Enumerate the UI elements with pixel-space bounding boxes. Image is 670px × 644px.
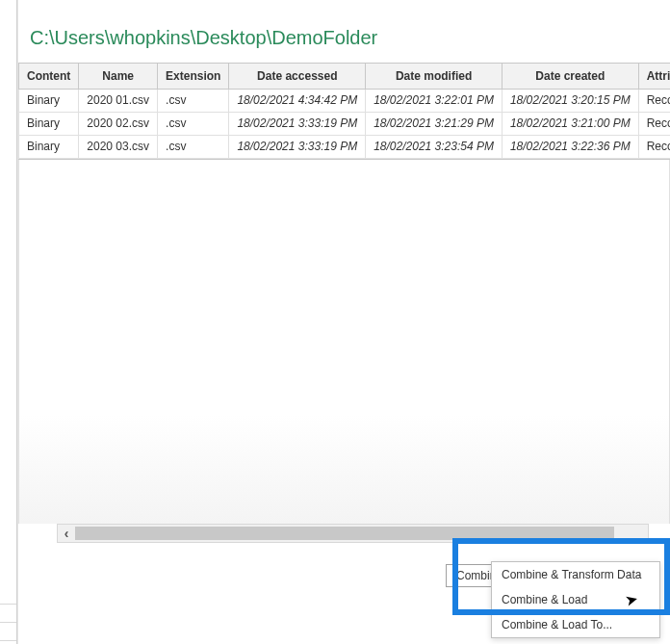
cell-date-created: 18/02/2021 3:21:00 PM [502,112,638,135]
table-row[interactable]: Binary2020 02.csv.csv18/02/2021 3:33:19 … [19,112,671,135]
folder-path-title: C:\Users\whopkins\Desktop\DemoFolder [18,0,670,63]
cell-attributes: Record [638,135,670,158]
cell-name: 2020 03.csv [79,135,158,158]
folder-preview-dialog: C:\Users\whopkins\Desktop\DemoFolder Con… [17,0,670,644]
col-extension[interactable]: Extension [158,64,229,89]
cell-attributes: Record [638,89,670,112]
spreadsheet-left-margin [0,0,17,644]
cell-date-modified: 18/02/2021 3:21:29 PM [366,112,502,135]
cell-name: 2020 02.csv [79,112,158,135]
grid-empty-area [18,160,670,524]
cell-extension: .csv [158,112,229,135]
scroll-thumb[interactable] [75,527,614,540]
table-row[interactable]: Binary2020 01.csv.csv18/02/2021 4:34:42 … [19,89,671,112]
menu-combine-transform[interactable]: Combine & Transform Data [492,562,659,587]
cell-date-modified: 18/02/2021 3:22:01 PM [366,89,502,112]
horizontal-scrollbar[interactable]: ‹ [57,524,649,543]
table-row[interactable]: Binary2020 03.csv.csv18/02/2021 3:33:19 … [19,135,671,158]
menu-combine-load[interactable]: Combine & Load [492,587,659,612]
col-content[interactable]: Content [19,64,79,89]
cell-attributes: Record [638,112,670,135]
column-header-row: Content Name Extension Date accessed Dat… [19,64,671,89]
col-date-created[interactable]: Date created [502,64,638,89]
scroll-left-button[interactable]: ‹ [58,525,75,542]
col-date-accessed[interactable]: Date accessed [229,64,366,89]
cell-date-accessed: 18/02/2021 3:33:19 PM [229,135,366,158]
menu-combine-load-to[interactable]: Combine & Load To... [492,612,659,637]
col-attributes[interactable]: Attributes [638,64,670,89]
file-list-grid: Content Name Extension Date accessed Dat… [18,63,670,160]
cell-name: 2020 01.csv [79,89,158,112]
cell-extension: .csv [158,135,229,158]
cell-date-modified: 18/02/2021 3:23:54 PM [366,135,502,158]
col-date-modified[interactable]: Date modified [366,64,502,89]
cell-date-accessed: 18/02/2021 3:33:19 PM [229,112,366,135]
col-name[interactable]: Name [79,64,158,89]
cell-content: Binary [19,112,79,135]
cell-content: Binary [19,89,79,112]
cell-date-accessed: 18/02/2021 4:34:42 PM [229,89,366,112]
combine-dropdown-menu: Combine & Transform Data Combine & Load … [491,561,660,638]
cell-date-created: 18/02/2021 3:22:36 PM [502,135,638,158]
cell-date-created: 18/02/2021 3:20:15 PM [502,89,638,112]
cell-content: Binary [19,135,79,158]
cell-extension: .csv [158,89,229,112]
